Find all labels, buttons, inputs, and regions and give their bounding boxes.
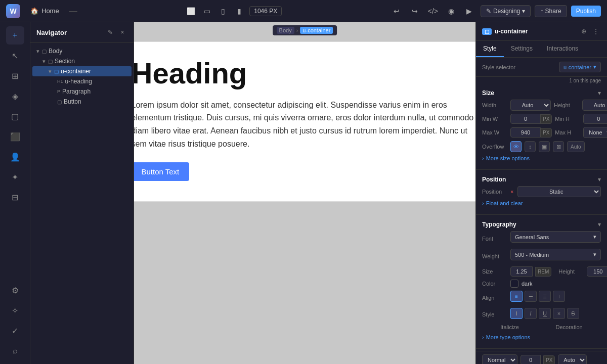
mobile-icon[interactable]: ▮ [233,5,245,17]
canvas-tag-body[interactable]: Body [277,27,294,34]
navigator-actions: ✎ × [105,27,127,37]
color-value: dark [522,281,532,287]
tablet-icon[interactable]: ▭ [201,5,213,17]
color-swatch[interactable] [510,280,518,288]
tree-item-button[interactable]: ▢ Button [32,97,132,107]
rp-copy-icon[interactable]: ⊕ [579,26,589,36]
sidebar-icon-add[interactable]: + [6,26,24,44]
overflow-icon-scroll[interactable]: ↕ [525,141,536,152]
sidebar-icon-settings[interactable]: ⚙ [6,281,24,299]
overflow-icon-hidden[interactable]: ⊠ [553,141,564,152]
desktop-icon[interactable]: ⬜ [185,5,197,17]
sidebar-icon-check[interactable]: ✓ [6,322,24,340]
style-strike-btn[interactable]: S [567,308,579,319]
position-select[interactable]: Static Relative Absolute Fixed [517,186,601,197]
max-h-label: Max H [555,129,580,135]
font-select[interactable]: General Sans ▾ [510,231,601,243]
overflow-icon-clip[interactable]: ▣ [539,141,550,152]
tab-interactions[interactable]: Interactions [540,41,585,57]
tab-settings[interactable]: Settings [504,41,540,57]
section-header-position[interactable]: Position ▾ [476,172,607,186]
min-h-input[interactable] [583,114,607,124]
style-italic-btn[interactable]: I [525,308,537,319]
blend-select[interactable]: Auto [558,354,587,364]
overflow-icon-eye[interactable]: 👁 [510,141,522,152]
min-w-input[interactable] [510,114,541,124]
preview-icon[interactable]: ◉ [444,4,458,18]
navigator-panel: Navigator ✎ × ▾ ▢ Body ▾ ▢ Section ▾ ▢ [30,22,134,364]
maxw-maxh-row: Max W PX Max H None [482,127,601,138]
more-size-options[interactable]: › More size options [482,154,601,162]
style-bold-btn[interactable]: I [510,308,523,319]
style-selector-dropdown[interactable]: u-container ▾ [559,62,601,72]
width-select[interactable]: Auto [510,100,551,111]
opacity-input[interactable] [521,355,541,364]
normal-select[interactable]: Normal [482,354,517,364]
weight-select[interactable]: 500 - Medium ▾ [510,249,601,260]
canvas-area[interactable]: Body › u-container Heading Lorem ipsum d… [134,22,475,364]
navigator-edit-icon[interactable]: ✎ [105,27,115,37]
height-input-group: Auto [582,100,607,111]
section-title-size: Size [482,89,494,97]
tree-item-ucontainer[interactable]: ▾ ▢ u-container [32,66,132,76]
chevron-right-icon-type: › [482,334,484,340]
height-select[interactable]: Auto [582,100,607,111]
height-input-typo[interactable] [587,266,607,277]
right-panel-header: ▢ u-container ⊕ ⋮ [476,22,607,41]
size-unit: REM [535,267,551,277]
align-justify-btn[interactable]: ⁞ [553,291,565,302]
more-type-options[interactable]: › More type options [482,333,601,341]
sidebar-icon-box[interactable]: ▢ [6,107,24,125]
undo-button[interactable]: ↩ [389,4,404,18]
sidebar-icon-component[interactable]: ◈ [6,87,24,105]
sidebar-icon-sparkle[interactable]: ✧ [6,301,24,320]
home-button[interactable]: 🏠 Home [26,5,63,17]
play-button[interactable]: ▶ [462,4,476,18]
color-label: Color [482,281,507,287]
share-button[interactable]: ↑ Share [535,5,567,17]
tree-item-section[interactable]: ▾ ▢ Section [32,56,132,66]
sidebar-icon-layers[interactable]: ⊞ [6,67,24,85]
mobile-wide-icon[interactable]: ▯ [217,5,229,17]
sidebar-icon-image[interactable]: ⬛ [6,127,24,146]
canvas-tag-ucontainer[interactable]: u-container [300,27,333,34]
canvas-button[interactable]: Button Text [134,162,189,181]
align-center-btn[interactable]: ☰ [525,291,537,302]
sidebar-icon-cursor[interactable]: ↖ [6,47,24,65]
chevron-right-icon: › [482,155,484,161]
position-x-icon[interactable]: × [510,189,513,195]
right-panel-title: ▢ u-container [482,28,528,35]
section-header-typography[interactable]: Typography ▾ [476,217,607,231]
section-header-size[interactable]: Size ▾ [476,85,607,100]
tree-item-uheading[interactable]: H1 u-heading [32,76,132,86]
right-panel: ▢ u-container ⊕ ⋮ Style Settings Interac… [475,22,607,364]
overflow-icon-auto[interactable]: Auto [567,141,585,152]
navigator-close-icon[interactable]: × [117,27,127,37]
home-icon: 🏠 [30,7,38,15]
tree-item-paragraph[interactable]: P Paragraph [32,86,132,97]
tree-label-section: Section [55,58,75,65]
align-right-btn[interactable]: ≣ [539,291,551,302]
redo-button[interactable]: ↪ [408,4,422,18]
align-left-btn[interactable]: ≡ [510,291,523,302]
designing-button[interactable]: ✎ Designing ▾ [481,5,531,17]
style-underline-btn[interactable]: U [539,308,551,319]
style-x-btn[interactable]: × [553,308,565,319]
sidebar-icon-grid[interactable]: ⊟ [6,188,24,206]
rp-more-icon[interactable]: ⋮ [591,26,601,36]
code-button[interactable]: </> [426,4,440,18]
chevron-right-icon: › [482,200,484,206]
sidebar-icon-user[interactable]: 👤 [6,148,24,166]
tab-style[interactable]: Style [476,41,504,57]
float-clear-link[interactable]: › Float and clear [482,199,601,207]
max-h-select[interactable]: None [583,127,607,138]
tree-item-body[interactable]: ▾ ▢ Body [32,46,132,56]
height-label: Height [554,102,579,108]
sidebar-icon-wand[interactable]: ✦ [6,168,24,186]
max-w-input[interactable] [510,127,541,138]
section-title-typography: Typography [482,221,516,228]
on-page-badge: 1 on this page [476,77,607,85]
sidebar-icon-search[interactable]: ⌕ [6,342,24,360]
publish-button[interactable]: Publish [571,6,601,17]
size-input[interactable] [510,266,533,277]
